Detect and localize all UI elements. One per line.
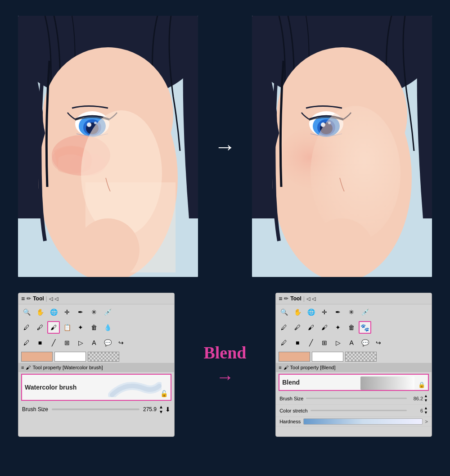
- eyedropper-tool[interactable]: 💉: [101, 306, 114, 318]
- r-balloon-tool[interactable]: 💬: [359, 336, 371, 349]
- line-tool[interactable]: ╱: [47, 336, 60, 349]
- select-tool[interactable]: ↪: [115, 336, 127, 349]
- pen3-tool[interactable]: 🖋: [34, 321, 46, 334]
- lock-icon[interactable]: 🔓: [160, 390, 168, 397]
- brush-size-value: 275.9: [143, 406, 159, 413]
- right-toolbar-row3: 🖊 ■ ╱ ⊞ ▷ A 💬 ↪: [276, 335, 432, 350]
- left-prop-menu[interactable]: ≡: [21, 365, 24, 370]
- blend-annotation: Blend →: [202, 293, 248, 437]
- r-hardness-row: Hardness >: [276, 417, 432, 426]
- right-tab-tool-label[interactable]: Tool: [290, 295, 301, 302]
- stamp-tool[interactable]: 📋: [61, 321, 73, 334]
- star-tool[interactable]: ✳: [88, 306, 100, 318]
- move-tool[interactable]: ✛: [61, 306, 73, 318]
- pen-tool[interactable]: ✒: [74, 306, 87, 318]
- blend-tool-name: Blend: [282, 379, 300, 386]
- transparent-swatch[interactable]: [88, 352, 119, 362]
- svg-point-29: [310, 106, 400, 241]
- r-pen2-tool[interactable]: 🖊: [278, 321, 290, 334]
- r-hardness-slider[interactable]: [303, 418, 422, 425]
- left-property-header: ≡ 🖌 Tool property [Watercolor brush]: [18, 363, 174, 372]
- r-color-stretch-value: 6: [410, 408, 423, 413]
- rotate-tool[interactable]: 🌐: [47, 306, 60, 318]
- brush-stroke-preview: [108, 379, 162, 397]
- r-transparent-swatch[interactable]: [345, 352, 377, 362]
- r-brush-tool[interactable]: 🖌: [305, 321, 317, 334]
- r-more-btn[interactable]: >: [425, 419, 428, 424]
- left-menu-icon[interactable]: ≡: [21, 295, 25, 302]
- r-color-stretch-spin[interactable]: ▲▼: [424, 406, 428, 415]
- right-tool-panel: ≡ ✏ Tool | ◁ ◁ 🔍 ✋ 🌐 ✛ ✒ ✳ 💉 🖊 🖋 🖌 🖌 ✦ 🗑…: [275, 293, 432, 437]
- tab-tool-label[interactable]: Tool: [33, 295, 44, 302]
- text-tool[interactable]: A: [88, 336, 100, 349]
- watercolor-brush-tool[interactable]: 🖌: [47, 321, 60, 334]
- pen2-tool[interactable]: 🖊: [20, 321, 33, 334]
- download-icon[interactable]: ⬇: [165, 406, 171, 413]
- sparkle-tool[interactable]: ✦: [74, 321, 87, 334]
- r-color-stretch-slider[interactable]: [310, 410, 407, 411]
- r-lock-icon[interactable]: 🔒: [418, 381, 425, 388]
- right-tab-icon-1[interactable]: ◁: [306, 296, 310, 302]
- top-section: →: [0, 0, 450, 288]
- right-divider1: |: [303, 295, 305, 302]
- r-star-tool[interactable]: ✳: [345, 306, 358, 318]
- blend2-tool[interactable]: 💧: [101, 321, 114, 334]
- r-brush-icon-small: 🖌: [284, 365, 288, 370]
- r-rotate-tool[interactable]: 🌐: [305, 306, 317, 318]
- r-brush2-tool[interactable]: 🖌: [318, 321, 331, 334]
- right-property-header: ≡ 🖌 Tool property [Blend]: [276, 363, 432, 372]
- spin-arrows[interactable]: ▲▼: [159, 404, 163, 414]
- r-spin-arrows[interactable]: ▲▼: [424, 394, 428, 403]
- r-grid-tool[interactable]: ⊞: [318, 336, 331, 349]
- r-line-tool[interactable]: ╱: [305, 336, 317, 349]
- svg-point-10: [94, 122, 97, 124]
- blend-text-label: Blend: [203, 343, 246, 363]
- r-pen4-tool[interactable]: 🖊: [278, 336, 290, 349]
- fill-tool[interactable]: ■: [34, 336, 46, 349]
- r-blend-tool[interactable]: 🐾: [359, 321, 371, 334]
- r-eyedropper-tool[interactable]: 💉: [359, 306, 371, 318]
- r-select-tool[interactable]: ↪: [372, 336, 385, 349]
- right-panel-header: ≡ ✏ Tool | ◁ ◁: [276, 293, 432, 304]
- arrow-right-icon: →: [214, 134, 236, 159]
- magnify-tool[interactable]: 🔍: [20, 306, 33, 318]
- r-pen-tool[interactable]: ✒: [332, 306, 344, 318]
- right-menu-icon[interactable]: ≡: [279, 295, 282, 302]
- blend-arrow-icon: →: [216, 367, 234, 387]
- r-text-tool[interactable]: A: [345, 336, 358, 349]
- left-toolbar-row1: 🔍 ✋ 🌐 ✛ ✒ ✳ 💉: [18, 304, 174, 320]
- left-panel-header: ≡ ✏ Tool | ◁ ◁: [18, 293, 174, 304]
- brush-size-row: Brush Size 275.9 ▲▼ ⬇: [18, 403, 174, 416]
- grid-tool[interactable]: ⊞: [61, 336, 73, 349]
- r-fill2-tool[interactable]: ■: [291, 336, 304, 349]
- tab-icon-1[interactable]: ◁: [49, 296, 53, 302]
- r-pen3-tool[interactable]: 🖋: [291, 321, 304, 334]
- eraser-tool[interactable]: 🗑: [88, 321, 100, 334]
- background-color[interactable]: [54, 352, 86, 362]
- r-brush-size-label: Brush Size: [279, 396, 303, 401]
- r-magnify-tool[interactable]: 🔍: [278, 306, 290, 318]
- tab-icon-2[interactable]: ◁: [54, 296, 58, 302]
- r-background-color[interactable]: [312, 352, 343, 362]
- foreground-color[interactable]: [21, 352, 53, 362]
- lasso-tool[interactable]: 🖊: [20, 336, 33, 349]
- r-foreground-color[interactable]: [279, 352, 310, 362]
- r-hand-tool[interactable]: ✋: [291, 306, 304, 318]
- r-color-stretch-row: Color stretch 6 ▲▼: [276, 405, 432, 417]
- right-tab-icon-2[interactable]: ◁: [312, 296, 315, 302]
- r-fill-tool[interactable]: 🗑: [345, 321, 358, 334]
- r-hardness-label: Hardness: [279, 419, 301, 424]
- r-brush-size-slider[interactable]: [306, 398, 407, 399]
- hand-tool[interactable]: ✋: [34, 306, 46, 318]
- transition-arrow: →: [212, 134, 238, 159]
- divider1: |: [46, 295, 47, 302]
- balloon-tool[interactable]: 💬: [101, 336, 114, 349]
- left-color-row: [18, 350, 174, 363]
- r-triangle-tool[interactable]: ▷: [332, 336, 344, 349]
- brush-size-slider[interactable]: [52, 408, 140, 410]
- right-prop-menu[interactable]: ≡: [279, 365, 281, 370]
- r-sparkle-tool[interactable]: ✦: [332, 321, 344, 334]
- r-move-tool[interactable]: ✛: [318, 306, 331, 318]
- triangle-tool[interactable]: ▷: [74, 336, 87, 349]
- r-brush-size-value: 86.2: [410, 396, 423, 401]
